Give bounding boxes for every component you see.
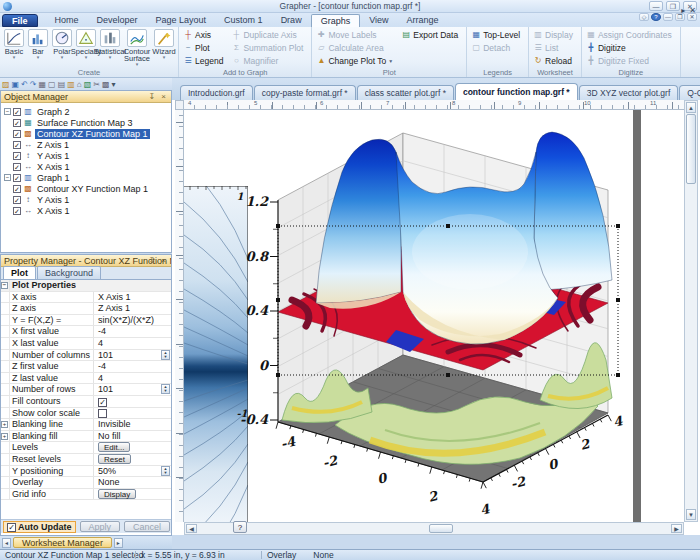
- top-level-button[interactable]: ▦Top-Level: [469, 28, 522, 41]
- worksheet-manager-tab[interactable]: Worksheet Manager: [13, 537, 112, 548]
- auto-update-checkbox[interactable]: ✓: [7, 523, 16, 532]
- property-value[interactable]: X Axis 1: [94, 292, 171, 303]
- tree-checkbox[interactable]: ✓: [13, 152, 21, 160]
- apply-button[interactable]: Apply: [80, 521, 121, 532]
- restore-icon[interactable]: ❐: [666, 1, 680, 11]
- paste-icon[interactable]: ▥: [67, 80, 75, 89]
- doc-tab-3[interactable]: class scatter plot.grf *: [357, 85, 454, 100]
- copy-icon[interactable]: ▤: [58, 80, 66, 89]
- ribbon-tab-file[interactable]: File: [2, 14, 38, 27]
- reset-button[interactable]: Reset: [98, 454, 131, 464]
- tab-plot[interactable]: Plot: [3, 266, 36, 279]
- property-value[interactable]: None: [94, 477, 171, 488]
- tree-checkbox[interactable]: ✓: [13, 108, 21, 116]
- expander-icon[interactable]: +: [1, 421, 8, 428]
- scroll-left-icon[interactable]: ◂: [2, 538, 11, 548]
- expander-icon[interactable]: −: [4, 174, 11, 181]
- export-data-button[interactable]: ▤Export Data: [399, 28, 460, 41]
- property-value[interactable]: 50%▲▼: [94, 466, 171, 477]
- doc-tab-4[interactable]: contour function map.grf *: [455, 83, 578, 100]
- undo-icon[interactable]: ↶: [21, 80, 28, 89]
- display-button[interactable]: Display: [98, 489, 136, 499]
- plot-button[interactable]: ~Plot: [181, 41, 225, 54]
- doc-tab-5[interactable]: 3D XYZ vector plot.grf: [579, 85, 679, 100]
- scroll-left-icon[interactable]: ◀: [186, 524, 197, 533]
- open-icon[interactable]: ▨: [2, 80, 10, 89]
- save-icon[interactable]: ▣: [12, 80, 20, 89]
- property-value[interactable]: No fill: [94, 431, 171, 442]
- spinner-control[interactable]: ▲▼: [161, 350, 170, 360]
- minimize-icon[interactable]: —: [649, 1, 663, 11]
- expander-icon[interactable]: −: [4, 108, 11, 115]
- cut-icon[interactable]: ✂: [93, 80, 100, 89]
- snapshot-icon[interactable]: ▧: [84, 80, 92, 89]
- scroll-right-icon[interactable]: ▶: [671, 524, 682, 533]
- scroll-up-icon[interactable]: ▲: [686, 102, 696, 113]
- new-document-icon[interactable]: ▢: [48, 80, 56, 89]
- scroll-down-icon[interactable]: ▼: [686, 509, 696, 520]
- layout-icon[interactable]: ▩: [102, 80, 110, 89]
- property-value[interactable]: -4: [94, 326, 171, 337]
- doc-tab-1[interactable]: Introduction.grf: [180, 85, 253, 100]
- edit--button[interactable]: Edit...: [98, 442, 130, 452]
- create-wizard-button[interactable]: Wizard▾: [152, 28, 176, 68]
- property-value[interactable]: ✓: [94, 396, 171, 407]
- property-value[interactable]: 101▲▼: [94, 350, 171, 361]
- tree-item[interactable]: ✓↕Y Axis 1: [1, 150, 171, 161]
- help-button[interactable]: ?: [233, 521, 247, 533]
- vscroll-thumb[interactable]: [686, 114, 696, 184]
- restore-doc-icon[interactable]: ❐: [675, 13, 685, 21]
- property-value[interactable]: [94, 408, 171, 419]
- ribbon-tab-home[interactable]: Home: [46, 14, 88, 27]
- property-value[interactable]: 4: [94, 373, 171, 384]
- property-value[interactable]: Display: [94, 489, 171, 500]
- tree-checkbox[interactable]: ✓: [13, 174, 21, 182]
- create-bar-button[interactable]: Bar▾: [26, 28, 50, 68]
- tree-item[interactable]: ✓▦Surface Function Map 3: [1, 117, 171, 128]
- print-icon[interactable]: ▦: [39, 80, 47, 89]
- ribbon-tab-view[interactable]: View: [360, 14, 397, 27]
- tree-checkbox[interactable]: ✓: [13, 119, 21, 127]
- tree-checkbox[interactable]: ✓: [13, 207, 21, 215]
- ribbon-tab-graphs[interactable]: Graphs: [311, 14, 361, 27]
- tree-item[interactable]: ✓↔X Axis 1: [1, 205, 171, 216]
- tree-item[interactable]: ✓▩Contour XY Function Map 1: [1, 183, 171, 194]
- tree-checkbox[interactable]: ✓: [13, 130, 21, 138]
- property-value[interactable]: Edit...: [94, 442, 171, 453]
- vertical-scrollbar[interactable]: ▲ ▼: [684, 100, 698, 522]
- doc-tab-6[interactable]: Q-Q plot.grf: [679, 85, 700, 100]
- horizontal-scrollbar[interactable]: ◀ ▶: [184, 522, 684, 535]
- tree-checkbox[interactable]: ✓: [13, 185, 21, 193]
- home-icon[interactable]: ⌂: [77, 80, 82, 89]
- tree-item[interactable]: −✓▥Graph 2: [1, 106, 171, 117]
- close-doc-icon[interactable]: ✕: [687, 13, 697, 21]
- redo-icon[interactable]: ↷: [30, 80, 37, 89]
- axis-button[interactable]: ┼Axis: [181, 28, 225, 41]
- ribbon-tab-draw[interactable]: Draw: [272, 14, 311, 27]
- legend-button[interactable]: ☰Legend: [181, 54, 225, 67]
- change-plot-to-button[interactable]: ▲Change Plot To▼: [314, 54, 395, 67]
- spinner-control[interactable]: ▲▼: [161, 466, 170, 476]
- scroll-right-icon[interactable]: ▸: [114, 538, 123, 548]
- ribbon-tab-developer[interactable]: Developer: [88, 14, 147, 27]
- close-icon[interactable]: ×: [161, 92, 168, 101]
- tab-background[interactable]: Background: [37, 266, 101, 279]
- drawing-canvas[interactable]: 4567891011: [172, 100, 700, 535]
- tree-item[interactable]: −✓▥Graph 1: [1, 172, 171, 183]
- tree-item[interactable]: ✓↕Y Axis 1: [1, 194, 171, 205]
- tree-item[interactable]: ✓↔Z Axis 1: [1, 139, 171, 150]
- contour-xy-map[interactable]: [184, 161, 248, 522]
- digitize-button[interactable]: ╋Digitize: [584, 41, 674, 54]
- ribbon-tab-custom-1[interactable]: Custom 1: [215, 14, 272, 27]
- property-value[interactable]: 4: [94, 338, 171, 349]
- more-commands-icon[interactable]: ▾: [111, 80, 115, 89]
- tree-checkbox[interactable]: ✓: [13, 196, 21, 204]
- doc-icon[interactable]: ◇: [639, 13, 649, 21]
- spinner-control[interactable]: ▲▼: [161, 384, 170, 394]
- expander-icon[interactable]: −: [1, 282, 8, 289]
- property-value[interactable]: sin(X*Z)/(X*Z): [94, 315, 171, 326]
- minimize-doc-icon[interactable]: —: [663, 13, 673, 21]
- create-contour-surface-button[interactable]: Contour Surface▾: [122, 28, 152, 68]
- property-value[interactable]: -4: [94, 361, 171, 372]
- property-value[interactable]: 101▲▼: [94, 384, 171, 395]
